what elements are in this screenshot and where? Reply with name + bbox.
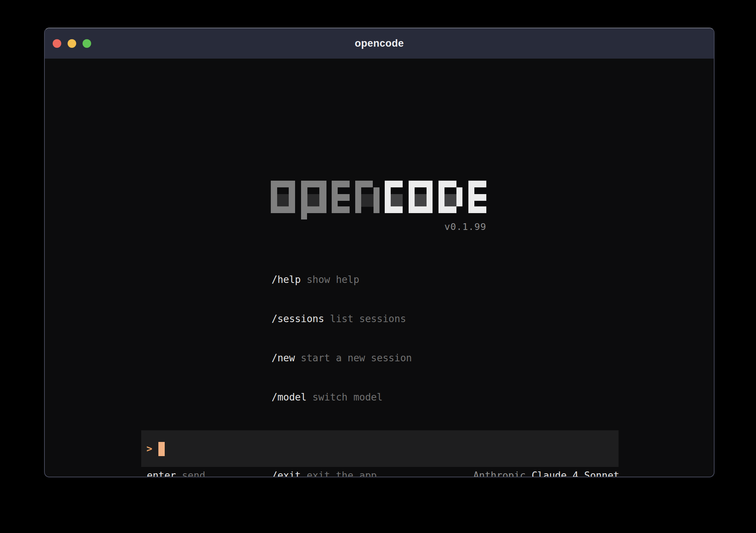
minimize-button[interactable]: [68, 39, 76, 48]
send-action-label: send: [176, 470, 205, 477]
provider-label: Anthropic: [473, 470, 526, 477]
command-name: /help: [272, 274, 301, 285]
traffic-lights: [53, 28, 91, 59]
command-name: /sessions: [272, 313, 324, 324]
window-title: opencode: [355, 38, 404, 49]
titlebar[interactable]: opencode: [45, 28, 714, 59]
command-name: /model: [272, 392, 307, 403]
command-description: list sessions: [324, 313, 406, 324]
command-description: start a new session: [295, 352, 412, 364]
prompt-chevron-icon: >: [146, 443, 152, 454]
opencode-logo: [271, 181, 486, 219]
close-button[interactable]: [53, 39, 61, 48]
version-label: v0.1.99: [271, 221, 486, 232]
command-row: /model switch model: [272, 391, 412, 404]
command-description: switch model: [307, 392, 383, 403]
command-row: /help show help: [272, 273, 412, 286]
model-indicator: Anthropic Claude 4 Sonnet: [473, 470, 619, 477]
command-description: show help: [301, 274, 359, 285]
zoom-button[interactable]: [83, 39, 91, 48]
opencode-window: opencode: [44, 28, 715, 477]
enter-key-label: enter: [147, 470, 176, 477]
terminal-content: v0.1.99 /help show help /sessions list s…: [45, 59, 714, 477]
text-cursor: [158, 442, 165, 456]
status-bar: enter send Anthropic Claude 4 Sonnet: [141, 470, 619, 477]
command-row: /new start a new session: [272, 352, 412, 365]
command-row: /sessions list sessions: [272, 312, 412, 325]
keybind-hint: enter send: [147, 470, 205, 477]
model-label: Claude 4 Sonnet: [526, 470, 619, 477]
command-name: /new: [272, 352, 295, 364]
prompt-input[interactable]: >: [141, 430, 619, 467]
opencode-logo-pixels: [271, 181, 486, 219]
